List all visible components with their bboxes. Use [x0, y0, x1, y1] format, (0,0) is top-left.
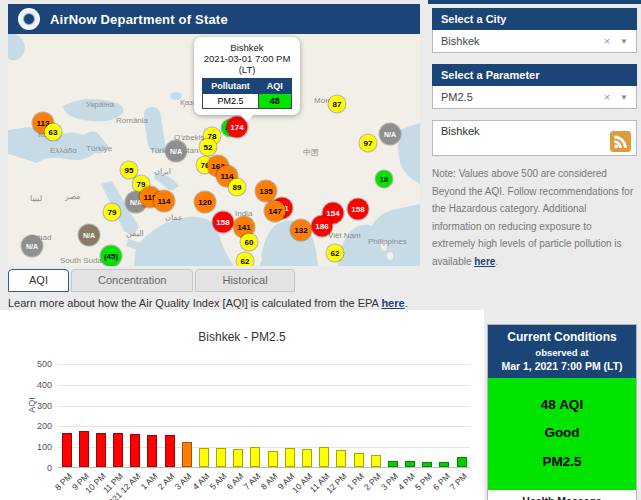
chart-bar [319, 447, 329, 467]
chart-x-label: 6 PM [430, 471, 451, 492]
chart-x-label: 1 AM [139, 471, 160, 492]
aqi-marker[interactable]: 62 [327, 245, 344, 262]
chart-column: 6 PM [436, 364, 453, 467]
chart-column: 3 PM [384, 364, 401, 467]
aqi-map[interactable]: УкраїнаҚазақстанRomâniaItaliaΕλλάδαTürki… [8, 34, 420, 266]
chart-bar [62, 433, 72, 467]
aqi-parameter: PM2.5 [488, 448, 636, 476]
chart-x-label: 7 PM [448, 471, 469, 492]
chart-column: 10 AM [298, 364, 315, 467]
rss-icon[interactable] [610, 131, 631, 152]
aqi-marker[interactable]: 158 [213, 212, 234, 233]
chart-y-tick: 400 [12, 380, 52, 390]
chart-bar [96, 433, 106, 467]
learn-more-after: . [405, 297, 408, 309]
aqi-marker[interactable]: 87 [329, 96, 346, 113]
chart-column: 2 AM [161, 364, 178, 467]
chart-y-tick: 200 [12, 421, 52, 431]
popup-aqi-value: 48 [258, 94, 291, 109]
aqi-marker[interactable]: 147 [265, 201, 286, 222]
aqi-marker[interactable]: (45) [101, 246, 122, 267]
aqi-marker[interactable]: 114 [154, 191, 175, 212]
clear-icon[interactable]: × [604, 35, 610, 47]
parameter-select-header: Select a Parameter [432, 64, 637, 86]
chart-bar [147, 435, 157, 467]
aqi-marker[interactable]: 79 [104, 204, 121, 221]
aqi-marker[interactable]: 60 [241, 234, 258, 251]
tabs: AQIConcentrationHistorical [8, 269, 295, 292]
aqi-marker[interactable]: N/A [79, 225, 100, 246]
chart-x-label: 3 PM [379, 471, 400, 492]
app-header: AirNow Department of State [8, 4, 420, 34]
city-select-value: Bishkek [441, 35, 604, 47]
chart-bar [354, 453, 364, 467]
chevron-down-icon[interactable]: ▼ [620, 93, 628, 102]
chart-x-label: 8 PM [53, 471, 74, 492]
parameter-select[interactable]: PM2.5 × ▼ [432, 86, 637, 109]
aqi-marker[interactable]: 97 [360, 135, 377, 152]
chart-columns: 8 PM9 PM10 PM11 PM2021 12 AM1 AM2 AM3 AM… [58, 364, 470, 467]
chart-x-label: 2 AM [156, 471, 177, 492]
chart-bar [268, 451, 278, 467]
chart-column: 9 AM [281, 364, 298, 467]
popup-datetime: 2021-03-01 7:00 PM [198, 53, 296, 64]
aqi-marker[interactable]: 52 [200, 139, 217, 156]
chart-x-label: 2 PM [362, 471, 383, 492]
chart-column: 2021 12 AM [127, 364, 144, 467]
chart-x-label: 1 PM [344, 471, 365, 492]
chart-column: 7 PM [453, 364, 470, 467]
city-select-header: Select a City [432, 8, 637, 30]
aqi-marker[interactable]: N/A [166, 141, 187, 162]
chart-column: 10 PM [92, 364, 109, 467]
aqi-marker[interactable]: 95 [121, 162, 138, 179]
aqi-marker[interactable]: 186 [312, 216, 333, 237]
chart-y-tick: 100 [12, 442, 52, 452]
learn-more-before: Learn more about how the Air Quality Ind… [8, 297, 381, 309]
chevron-down-icon[interactable]: ▼ [620, 37, 628, 46]
chart-x-label: 8 AM [259, 471, 280, 492]
popup-arrow [240, 114, 254, 122]
chart-column: 6 AM [230, 364, 247, 467]
popup-pollutant-value: PM2.5 [203, 94, 259, 109]
aqi-marker[interactable]: N/A [22, 236, 43, 257]
chart-column: 12 PM [333, 364, 350, 467]
aqi-marker[interactable]: N/A [380, 124, 401, 145]
chart-bar [165, 435, 175, 467]
chart-bar [336, 450, 346, 467]
note-before: Note: Values above 500 are considered Be… [432, 168, 633, 267]
aqi-marker[interactable]: 135 [256, 181, 277, 202]
aqi-marker[interactable]: 89 [229, 179, 246, 196]
aqi-marker[interactable]: 18 [376, 171, 393, 188]
tab-concentration[interactable]: Concentration [71, 269, 194, 292]
aqi-value: 48 AQI [488, 391, 636, 419]
chart-bar [371, 455, 381, 467]
tab-aqi[interactable]: AQI [8, 269, 69, 292]
aqi-marker[interactable]: 120 [195, 192, 216, 213]
chart-column: 5 PM [419, 364, 436, 467]
chart-column: 3 AM [178, 364, 195, 467]
popup-pollutant-header: Pollutant [203, 79, 259, 94]
feed-city-label: Bishkek [441, 125, 480, 137]
aqi-marker[interactable]: 63 [45, 124, 62, 141]
current-conditions-title: Current Conditions [490, 330, 634, 344]
epa-link[interactable]: here [381, 297, 404, 309]
clear-icon[interactable]: × [604, 91, 610, 103]
tab-historical[interactable]: Historical [195, 269, 294, 292]
note-after: . [495, 256, 498, 267]
panel-top-border [428, 0, 641, 4]
sidebar: Select a City Bishkek × ▼ Select a Param… [432, 8, 637, 270]
aqi-marker[interactable]: 62 [237, 253, 254, 267]
parameter-select-value: PM2.5 [441, 91, 604, 103]
chart-x-label: 5 AM [207, 471, 228, 492]
aqi-marker[interactable]: 132 [291, 220, 312, 241]
current-conditions-header: Current Conditions observed at Mar 1, 20… [488, 325, 636, 378]
map-popup: Bishkek 2021-03-01 7:00 PM (LT) Pollutan… [194, 37, 300, 115]
city-select[interactable]: Bishkek × ▼ [432, 30, 637, 53]
chart-y-tick: 500 [12, 359, 52, 369]
aqi-marker[interactable]: 158 [348, 199, 369, 220]
chart-bar [182, 442, 192, 467]
chart-bar [285, 448, 295, 467]
state-dept-seal-icon [18, 8, 40, 30]
note-link[interactable]: here [474, 256, 495, 267]
chart-bar [250, 447, 260, 467]
